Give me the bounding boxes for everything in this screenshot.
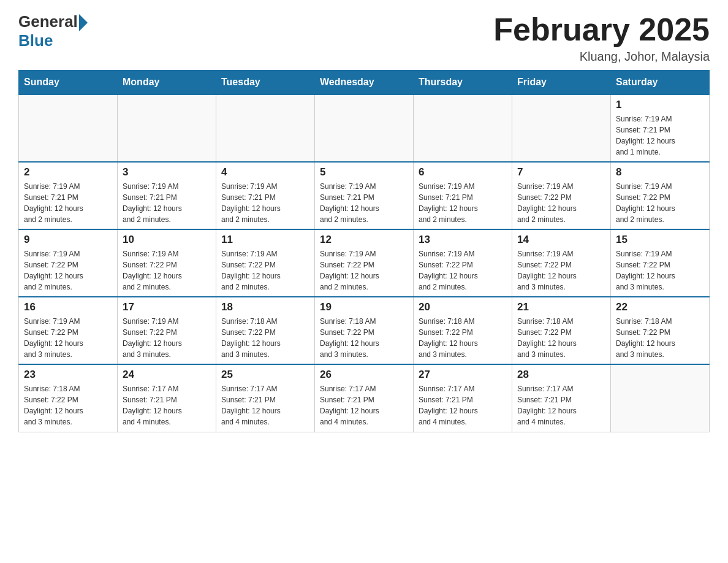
- calendar-cell: 27Sunrise: 7:17 AM Sunset: 7:21 PM Dayli…: [414, 364, 512, 432]
- day-number: 13: [419, 234, 507, 246]
- weekday-header-monday: Monday: [118, 71, 216, 95]
- calendar-cell: [118, 94, 216, 162]
- calendar-cell: [216, 94, 315, 162]
- calendar-cell: 8Sunrise: 7:19 AM Sunset: 7:22 PM Daylig…: [611, 162, 710, 229]
- calendar-cell: 26Sunrise: 7:17 AM Sunset: 7:21 PM Dayli…: [315, 364, 414, 432]
- calendar-table: SundayMondayTuesdayWednesdayThursdayFrid…: [18, 70, 710, 432]
- calendar-cell: 6Sunrise: 7:19 AM Sunset: 7:21 PM Daylig…: [414, 162, 512, 229]
- day-number: 19: [320, 301, 408, 313]
- logo-arrow-icon: [79, 14, 88, 31]
- day-number: 28: [517, 369, 605, 381]
- day-number: 6: [419, 166, 507, 178]
- calendar-cell: [512, 94, 611, 162]
- day-number: 2: [24, 166, 112, 178]
- calendar-cell: 9Sunrise: 7:19 AM Sunset: 7:22 PM Daylig…: [19, 229, 118, 297]
- calendar-cell: 11Sunrise: 7:19 AM Sunset: 7:22 PM Dayli…: [216, 229, 315, 297]
- day-info: Sunrise: 7:19 AM Sunset: 7:22 PM Dayligh…: [616, 248, 704, 293]
- day-number: 24: [123, 369, 211, 381]
- day-info: Sunrise: 7:19 AM Sunset: 7:22 PM Dayligh…: [123, 316, 211, 360]
- day-number: 4: [221, 166, 309, 178]
- day-number: 20: [419, 301, 507, 313]
- day-number: 16: [24, 301, 112, 313]
- calendar-cell: 1Sunrise: 7:19 AM Sunset: 7:21 PM Daylig…: [611, 94, 710, 162]
- day-number: 15: [616, 234, 704, 246]
- day-number: 22: [616, 301, 704, 313]
- day-info: Sunrise: 7:18 AM Sunset: 7:22 PM Dayligh…: [419, 316, 507, 360]
- day-info: Sunrise: 7:17 AM Sunset: 7:21 PM Dayligh…: [419, 383, 507, 427]
- day-info: Sunrise: 7:17 AM Sunset: 7:21 PM Dayligh…: [123, 383, 211, 427]
- calendar-week-row: 9Sunrise: 7:19 AM Sunset: 7:22 PM Daylig…: [19, 229, 710, 297]
- calendar-cell: 21Sunrise: 7:18 AM Sunset: 7:22 PM Dayli…: [512, 297, 611, 364]
- day-number: 12: [320, 234, 408, 246]
- calendar-cell: 28Sunrise: 7:17 AM Sunset: 7:21 PM Dayli…: [512, 364, 611, 432]
- calendar-cell: [19, 94, 118, 162]
- calendar-subtitle: Kluang, Johor, Malaysia: [493, 50, 710, 64]
- day-number: 11: [221, 234, 309, 246]
- day-info: Sunrise: 7:18 AM Sunset: 7:22 PM Dayligh…: [616, 316, 704, 360]
- day-info: Sunrise: 7:19 AM Sunset: 7:22 PM Dayligh…: [24, 316, 112, 360]
- day-info: Sunrise: 7:19 AM Sunset: 7:21 PM Dayligh…: [419, 181, 507, 225]
- day-number: 17: [123, 301, 211, 313]
- logo: General Blue: [18, 12, 88, 50]
- day-number: 1: [616, 99, 704, 111]
- calendar-cell: 7Sunrise: 7:19 AM Sunset: 7:22 PM Daylig…: [512, 162, 611, 229]
- calendar-cell: 23Sunrise: 7:18 AM Sunset: 7:22 PM Dayli…: [19, 364, 118, 432]
- calendar-cell: 10Sunrise: 7:19 AM Sunset: 7:22 PM Dayli…: [118, 229, 216, 297]
- calendar-cell: 5Sunrise: 7:19 AM Sunset: 7:21 PM Daylig…: [315, 162, 414, 229]
- day-info: Sunrise: 7:18 AM Sunset: 7:22 PM Dayligh…: [221, 316, 309, 360]
- calendar-week-row: 16Sunrise: 7:19 AM Sunset: 7:22 PM Dayli…: [19, 297, 710, 364]
- day-info: Sunrise: 7:19 AM Sunset: 7:22 PM Dayligh…: [24, 248, 112, 293]
- calendar-cell: 16Sunrise: 7:19 AM Sunset: 7:22 PM Dayli…: [19, 297, 118, 364]
- weekday-header-tuesday: Tuesday: [216, 71, 315, 95]
- day-info: Sunrise: 7:19 AM Sunset: 7:22 PM Dayligh…: [221, 248, 309, 293]
- day-info: Sunrise: 7:18 AM Sunset: 7:22 PM Dayligh…: [320, 316, 408, 360]
- day-number: 9: [24, 234, 112, 246]
- day-info: Sunrise: 7:17 AM Sunset: 7:21 PM Dayligh…: [517, 383, 605, 427]
- calendar-cell: 20Sunrise: 7:18 AM Sunset: 7:22 PM Dayli…: [414, 297, 512, 364]
- logo-general-text: General: [18, 12, 78, 31]
- calendar-cell: 24Sunrise: 7:17 AM Sunset: 7:21 PM Dayli…: [118, 364, 216, 432]
- calendar-cell: 13Sunrise: 7:19 AM Sunset: 7:22 PM Dayli…: [414, 229, 512, 297]
- day-number: 14: [517, 234, 605, 246]
- calendar-week-row: 23Sunrise: 7:18 AM Sunset: 7:22 PM Dayli…: [19, 364, 710, 432]
- day-info: Sunrise: 7:19 AM Sunset: 7:21 PM Dayligh…: [320, 181, 408, 225]
- calendar-cell: 19Sunrise: 7:18 AM Sunset: 7:22 PM Dayli…: [315, 297, 414, 364]
- calendar-cell: 4Sunrise: 7:19 AM Sunset: 7:21 PM Daylig…: [216, 162, 315, 229]
- calendar-cell: [315, 94, 414, 162]
- day-number: 10: [123, 234, 211, 246]
- calendar-title: February 2025: [493, 12, 710, 47]
- weekday-header-friday: Friday: [512, 71, 611, 95]
- day-info: Sunrise: 7:19 AM Sunset: 7:22 PM Dayligh…: [616, 181, 704, 225]
- day-info: Sunrise: 7:19 AM Sunset: 7:21 PM Dayligh…: [616, 113, 704, 158]
- day-number: 27: [419, 369, 507, 381]
- day-info: Sunrise: 7:18 AM Sunset: 7:22 PM Dayligh…: [24, 383, 112, 427]
- day-info: Sunrise: 7:18 AM Sunset: 7:22 PM Dayligh…: [517, 316, 605, 360]
- calendar-cell: 22Sunrise: 7:18 AM Sunset: 7:22 PM Dayli…: [611, 297, 710, 364]
- calendar-cell: 17Sunrise: 7:19 AM Sunset: 7:22 PM Dayli…: [118, 297, 216, 364]
- weekday-header-thursday: Thursday: [414, 71, 512, 95]
- day-info: Sunrise: 7:19 AM Sunset: 7:21 PM Dayligh…: [24, 181, 112, 225]
- day-info: Sunrise: 7:19 AM Sunset: 7:21 PM Dayligh…: [123, 181, 211, 225]
- day-number: 3: [123, 166, 211, 178]
- day-info: Sunrise: 7:19 AM Sunset: 7:22 PM Dayligh…: [517, 248, 605, 293]
- day-number: 7: [517, 166, 605, 178]
- day-info: Sunrise: 7:19 AM Sunset: 7:22 PM Dayligh…: [123, 248, 211, 293]
- calendar-week-row: 1Sunrise: 7:19 AM Sunset: 7:21 PM Daylig…: [19, 94, 710, 162]
- day-number: 23: [24, 369, 112, 381]
- day-number: 5: [320, 166, 408, 178]
- day-info: Sunrise: 7:19 AM Sunset: 7:21 PM Dayligh…: [221, 181, 309, 225]
- calendar-week-row: 2Sunrise: 7:19 AM Sunset: 7:21 PM Daylig…: [19, 162, 710, 229]
- day-info: Sunrise: 7:19 AM Sunset: 7:22 PM Dayligh…: [517, 181, 605, 225]
- calendar-cell: 2Sunrise: 7:19 AM Sunset: 7:21 PM Daylig…: [19, 162, 118, 229]
- day-number: 18: [221, 301, 309, 313]
- day-info: Sunrise: 7:17 AM Sunset: 7:21 PM Dayligh…: [221, 383, 309, 427]
- weekday-header-saturday: Saturday: [611, 71, 710, 95]
- weekday-header-wednesday: Wednesday: [315, 71, 414, 95]
- calendar-cell: 3Sunrise: 7:19 AM Sunset: 7:21 PM Daylig…: [118, 162, 216, 229]
- page-header: General Blue February 2025 Kluang, Johor…: [18, 12, 710, 64]
- calendar-cell: 15Sunrise: 7:19 AM Sunset: 7:22 PM Dayli…: [611, 229, 710, 297]
- title-block: February 2025 Kluang, Johor, Malaysia: [493, 12, 710, 64]
- day-number: 8: [616, 166, 704, 178]
- calendar-cell: 12Sunrise: 7:19 AM Sunset: 7:22 PM Dayli…: [315, 229, 414, 297]
- day-number: 21: [517, 301, 605, 313]
